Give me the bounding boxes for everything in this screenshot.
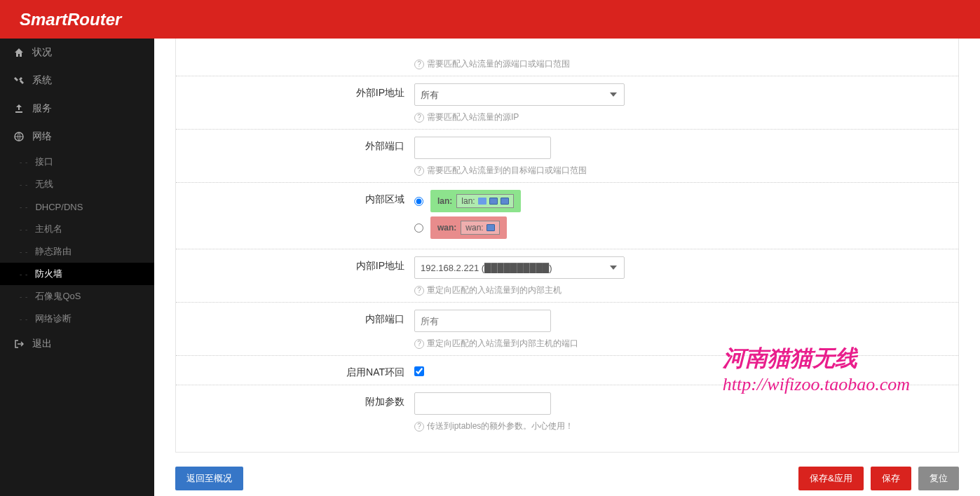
row-nat-loop: 启用NAT环回 xyxy=(176,355,958,385)
sidebar-item-qos[interactable]: 石像鬼QoS xyxy=(0,285,154,308)
sidebar-item-hostname[interactable]: 主机名 xyxy=(0,218,154,240)
sidebar-item-services[interactable]: 服务 xyxy=(0,95,154,123)
external-ip-select[interactable]: 所有 xyxy=(414,83,625,106)
sidebar-item-diag[interactable]: 网络诊断 xyxy=(0,308,154,330)
globe-icon xyxy=(14,132,24,142)
sidebar-item-wireless[interactable]: 无线 xyxy=(0,173,154,195)
tools-icon xyxy=(14,76,24,85)
upload-icon xyxy=(14,104,24,113)
label-external-ip: 外部IP地址 xyxy=(176,82,414,99)
sidebar-item-staticroute[interactable]: 静态路由 xyxy=(0,240,154,263)
app-title: SmartRouter xyxy=(20,10,121,29)
sidebar-label: 网络 xyxy=(32,130,52,143)
sidebar-label: 退出 xyxy=(32,338,52,350)
row-internal-ip: 内部IP地址 192.168.2.221 (██████████) ?重定向匹配… xyxy=(176,249,958,302)
footer: 返回至概况 保存&应用 保存 复位 xyxy=(175,453,959,496)
sidebar-item-interface[interactable]: 接口 xyxy=(0,151,154,173)
row-internal-zone: 内部区域 lan: lan: wan: wan: xyxy=(176,182,958,249)
zone-option-lan[interactable]: lan: lan: xyxy=(414,190,958,212)
sidebar-item-system[interactable]: 系统 xyxy=(0,67,154,95)
save-button[interactable]: 保存 xyxy=(871,467,911,490)
zone-badge-wan: wan: wan: xyxy=(430,216,507,239)
row-external-port: 外部端口 ?需要匹配入站流量到的目标端口或端口范围 xyxy=(176,129,958,182)
net-icon xyxy=(478,198,486,205)
help-icon: ? xyxy=(414,286,424,296)
save-apply-button[interactable]: 保存&应用 xyxy=(798,467,864,490)
label-nat-loop: 启用NAT环回 xyxy=(176,361,414,379)
form-panel: ?需要匹配入站流量的源端口或端口范围 外部IP地址 所有 ?需要匹配入站流量的源… xyxy=(175,39,959,453)
help-icon: ? xyxy=(414,422,424,432)
net-icon xyxy=(501,198,509,205)
internal-port-input[interactable] xyxy=(414,310,551,332)
nat-loop-checkbox[interactable] xyxy=(414,366,424,376)
sidebar-item-network[interactable]: 网络 xyxy=(0,123,154,151)
label-internal-ip: 内部IP地址 xyxy=(176,255,414,273)
zone-radio-lan[interactable] xyxy=(414,197,423,206)
app-header: SmartRouter xyxy=(0,0,980,39)
sidebar-label: 系统 xyxy=(32,74,52,87)
zone-option-wan[interactable]: wan: wan: xyxy=(414,216,958,239)
sidebar: 状况 系统 服务 网络 接口 无线 DHCP/DNS 主机名 静态路由 防火墙 … xyxy=(0,39,154,496)
label-internal-port: 内部端口 xyxy=(176,308,414,326)
label-extra: 附加参数 xyxy=(176,391,414,408)
help-icon: ? xyxy=(414,166,424,176)
net-icon xyxy=(486,224,495,231)
sidebar-item-dhcpdns[interactable]: DHCP/DNS xyxy=(0,195,154,218)
row-extra: 附加参数 ?传送到iptables的额外参数。小心使用！ xyxy=(176,385,958,438)
zone-badge-lan: lan: lan: xyxy=(430,190,521,212)
main-content: ?需要匹配入站流量的源端口或端口范围 外部IP地址 所有 ?需要匹配入站流量的源… xyxy=(154,39,980,496)
zone-radio-wan[interactable] xyxy=(414,223,423,233)
back-button[interactable]: 返回至概况 xyxy=(175,467,243,490)
row-external-ip: 外部IP地址 所有 ?需要匹配入站流量的源IP xyxy=(176,76,958,129)
extra-input[interactable] xyxy=(414,392,551,415)
sidebar-item-logout[interactable]: 退出 xyxy=(0,330,154,358)
home-icon xyxy=(14,48,24,57)
sidebar-label: 服务 xyxy=(32,102,52,115)
row-internal-port: 内部端口 ?重定向匹配的入站流量到内部主机的端口 xyxy=(176,302,958,355)
sidebar-label: 状况 xyxy=(32,46,52,59)
help-icon: ? xyxy=(414,113,424,123)
sidebar-item-firewall[interactable]: 防火墙 xyxy=(0,263,154,285)
sidebar-item-status[interactable]: 状况 xyxy=(0,39,154,67)
net-icon xyxy=(489,198,498,205)
internal-ip-select[interactable]: 192.168.2.221 (██████████) xyxy=(414,256,625,279)
help-icon: ? xyxy=(414,339,424,349)
reset-button[interactable]: 复位 xyxy=(918,467,959,490)
help-icon: ? xyxy=(414,60,424,69)
logout-icon xyxy=(14,339,24,349)
row-sourceport-help: ?需要匹配入站流量的源端口或端口范围 xyxy=(176,46,958,76)
external-port-input[interactable] xyxy=(414,137,551,159)
label-internal-zone: 内部区域 xyxy=(176,188,414,206)
label-external-port: 外部端口 xyxy=(176,135,414,153)
